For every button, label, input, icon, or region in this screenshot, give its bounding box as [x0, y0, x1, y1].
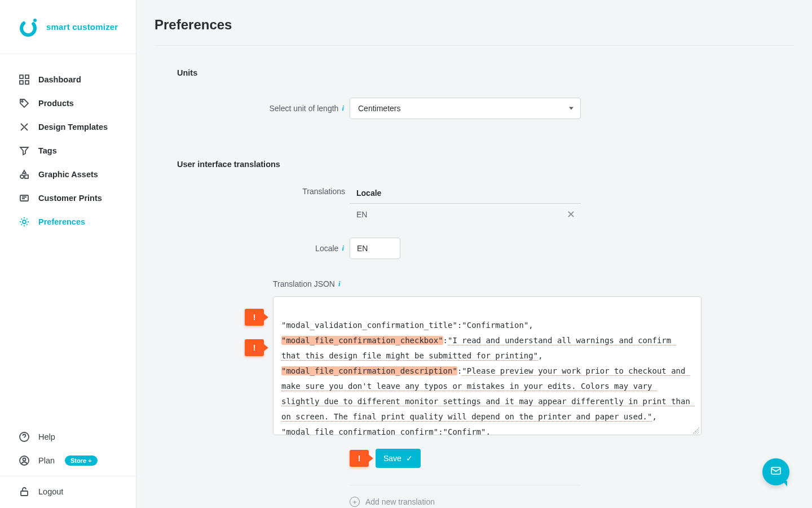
print-icon: [19, 193, 29, 203]
svg-rect-14: [21, 491, 28, 496]
shapes-icon: [19, 169, 29, 179]
translations-label: Translations: [155, 182, 350, 196]
field-unit-row: Select unit of length i Centimeters: [155, 98, 794, 119]
plan-badge: Store +: [65, 456, 98, 466]
locale-input[interactable]: [350, 238, 400, 259]
sidebar-item-tags[interactable]: Tags: [0, 139, 136, 163]
save-button[interactable]: Save ✓: [376, 449, 421, 468]
sidebar-item-design-templates[interactable]: Design Templates: [0, 115, 136, 139]
delete-row-icon[interactable]: ✕: [567, 208, 581, 221]
json-key-highlight: "modal_file_confirmation_checkbox": [281, 336, 443, 345]
svg-rect-2: [20, 75, 23, 78]
svg-point-6: [21, 100, 23, 102]
tag-icon: [19, 98, 29, 108]
sidebar-bottom: Help Plan Store + Logout: [0, 425, 136, 508]
sidebar: smart customizer Dashboard Products Desi…: [0, 0, 136, 508]
translation-json-textarea[interactable]: "modal_validation_confirmation_title":"C…: [273, 296, 701, 435]
nav-label: Design Templates: [38, 122, 108, 132]
sidebar-item-graphic-assets[interactable]: Graphic Assets: [0, 163, 136, 186]
plan-label: Plan: [38, 456, 55, 465]
check-icon: ✓: [406, 454, 413, 463]
sidebar-item-plan[interactable]: Plan Store +: [0, 449, 136, 472]
mail-icon: [770, 465, 782, 479]
page-title: Preferences: [155, 17, 794, 46]
json-area-wrap: ! ! "modal_validation_confirmation_title…: [273, 296, 701, 435]
gear-icon: [19, 217, 29, 227]
locale-label-text: Locale: [315, 244, 338, 253]
sidebar-item-customer-prints[interactable]: Customer Prints: [0, 186, 136, 210]
sidebar-item-preferences[interactable]: Preferences: [0, 210, 136, 234]
unit-label-text: Select unit of length: [269, 104, 338, 113]
nav-label: Products: [38, 99, 74, 108]
warning-marker-icon[interactable]: !: [245, 309, 264, 326]
nav-label: Preferences: [38, 217, 85, 226]
json-label: Translation JSON: [273, 279, 335, 288]
resize-handle-icon[interactable]: [692, 427, 699, 434]
json-text: "modal_file_confirmation_confirm":"Confi…: [281, 427, 491, 435]
locale-label: Locale i: [155, 244, 350, 253]
brand-name: smart customizer: [46, 22, 118, 32]
svg-point-1: [33, 19, 37, 22]
svg-rect-15: [771, 467, 780, 474]
help-icon: [19, 432, 29, 442]
col-locale: Locale: [350, 189, 581, 198]
nav-label: Customer Prints: [38, 194, 102, 203]
unit-select-value: Centimeters: [358, 104, 400, 113]
unit-label: Select unit of length i: [155, 104, 350, 113]
chat-fab[interactable]: [762, 458, 789, 485]
table-row[interactable]: EN ✕: [350, 204, 581, 225]
section-translations-title: User interface translations: [177, 160, 794, 169]
nav: Dashboard Products Design Templates Tags…: [0, 54, 136, 425]
svg-rect-4: [20, 81, 23, 84]
json-text: ,: [538, 351, 542, 360]
tools-icon: [19, 122, 29, 132]
sidebar-item-products[interactable]: Products: [0, 91, 136, 115]
svg-rect-9: [20, 195, 28, 201]
actions-row: ! Save ✓: [350, 449, 794, 468]
dashboard-icon: [19, 75, 29, 85]
info-icon[interactable]: i: [341, 104, 345, 113]
help-label: Help: [38, 432, 55, 441]
section-units-title: Units: [177, 68, 794, 77]
svg-point-10: [23, 220, 26, 224]
sidebar-item-dashboard[interactable]: Dashboard: [0, 68, 136, 91]
main: Preferences Units Select unit of length …: [136, 0, 812, 508]
lock-icon: [19, 487, 29, 497]
svg-rect-3: [25, 75, 29, 78]
funnel-icon: [19, 146, 29, 156]
nav-label: Tags: [38, 146, 57, 155]
brand-logo-icon: [18, 17, 38, 37]
json-text: :: [443, 336, 448, 345]
plus-circle-icon: +: [350, 497, 360, 507]
svg-rect-8: [25, 175, 28, 178]
json-text: "modal_validation_confirmation_title": [281, 321, 457, 330]
warning-marker-icon[interactable]: !: [245, 339, 264, 356]
save-label: Save: [383, 454, 401, 463]
locale-table: Locale EN ✕: [350, 182, 581, 225]
svg-point-13: [23, 458, 26, 461]
cell-locale: EN: [350, 210, 567, 219]
info-icon[interactable]: i: [341, 244, 345, 253]
user-icon: [19, 456, 29, 466]
table-header: Locale: [350, 182, 581, 204]
field-locale-row: Locale i: [155, 238, 794, 259]
divider: [0, 476, 136, 476]
nav-label: Graphic Assets: [38, 170, 98, 179]
json-label-row: Translation JSON i: [273, 279, 794, 288]
unit-select[interactable]: Centimeters: [350, 98, 581, 119]
add-translation-button[interactable]: + Add new translation: [350, 485, 581, 507]
add-translation-label: Add new translation: [365, 497, 435, 506]
brand: smart customizer: [0, 0, 136, 54]
json-key-highlight: "modal_file_confirmation_description": [281, 366, 457, 375]
logout-label: Logout: [38, 487, 63, 496]
warning-marker-icon[interactable]: !: [350, 450, 369, 467]
svg-point-7: [20, 175, 24, 178]
svg-rect-5: [25, 81, 29, 84]
translations-label-text: Translations: [302, 187, 345, 196]
sidebar-item-help[interactable]: Help: [0, 425, 136, 449]
sidebar-item-logout[interactable]: Logout: [0, 480, 136, 503]
nav-label: Dashboard: [38, 75, 81, 84]
json-text: :"Confirmation",: [457, 321, 533, 330]
json-text: ,: [652, 412, 656, 421]
info-icon[interactable]: i: [337, 279, 342, 288]
